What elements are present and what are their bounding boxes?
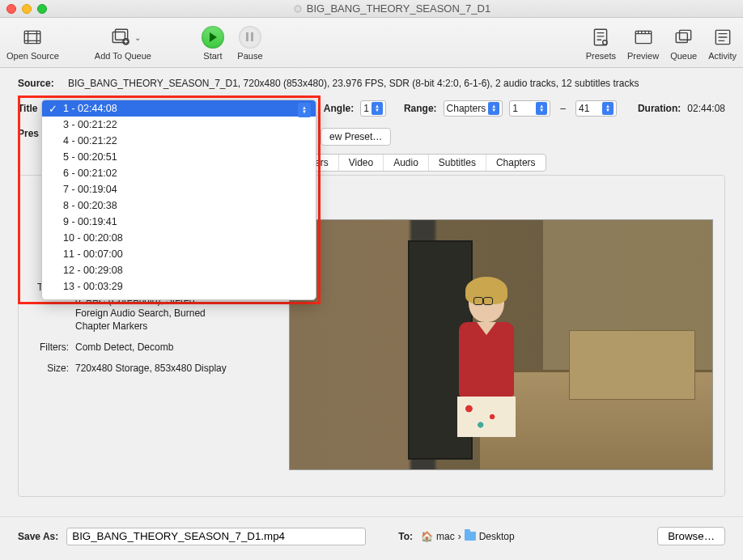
window-controls <box>6 4 47 14</box>
pause-icon <box>239 26 261 49</box>
title-option[interactable]: 1 - 02:44:08✓▲▼ <box>42 100 316 117</box>
tab-video[interactable]: Video <box>339 155 384 171</box>
source-value: BIG_BANG_THEORY_SEASON_7_D1, 720x480 (85… <box>68 78 639 89</box>
title-option[interactable]: 12 - 00:29:08 <box>42 262 316 278</box>
range-dash: – <box>557 103 569 114</box>
title-option[interactable]: 3 - 00:21:22 <box>42 117 316 133</box>
svg-rect-7 <box>676 32 687 42</box>
close-window-button[interactable] <box>6 4 16 14</box>
angle-select[interactable]: 1▲▼ <box>360 100 386 117</box>
window-title: BIG_BANG_THEORY_SEASON_7_D1 <box>307 2 490 15</box>
add-to-queue-button[interactable]: ⌄ Add To Queue <box>95 25 151 61</box>
title-dropdown-highlight: 1 - 02:44:08✓▲▼3 - 00:21:224 - 00:21:225… <box>18 95 321 304</box>
tab-audio[interactable]: Audio <box>384 155 429 171</box>
save-path[interactable]: 🏠 mac › Desktop <box>421 531 515 542</box>
source-label: Source: <box>18 78 62 89</box>
title-option[interactable]: 11 - 00:07:00 <box>42 246 316 262</box>
browse-button[interactable]: Browse… <box>657 527 725 545</box>
angle-label: Angle: <box>324 103 354 114</box>
video-preview <box>289 219 713 470</box>
main-toolbar: Open Source ⌄ Add To Queue Start Pause P… <box>0 18 743 68</box>
start-button[interactable]: Start <box>200 25 226 61</box>
size-label: Size: <box>30 362 75 375</box>
queue-add-icon <box>110 27 131 48</box>
filters-label: Filters: <box>30 341 75 354</box>
title-option[interactable]: 9 - 00:19:41 <box>42 214 316 230</box>
save-bar: Save As: To: 🏠 mac › Desktop Browse… <box>0 516 743 560</box>
title-option[interactable]: 7 - 00:19:04 <box>42 181 316 197</box>
minimize-window-button[interactable] <box>22 4 32 14</box>
duration-value: 02:44:08 <box>687 103 725 114</box>
save-filename-input[interactable] <box>66 528 366 545</box>
tab-chapters[interactable]: Chapters <box>486 155 546 171</box>
play-icon <box>202 26 224 49</box>
chapter-from-select[interactable]: 1▲▼ <box>509 100 550 117</box>
presets-icon <box>590 27 611 48</box>
duration-label: Duration: <box>638 103 681 114</box>
disc-icon <box>293 4 303 14</box>
chapter-to-select[interactable]: 41▲▼ <box>575 100 617 117</box>
title-option[interactable]: 6 - 00:21:02 <box>42 165 316 181</box>
to-label: To: <box>398 531 413 542</box>
tab-subtitles[interactable]: Subtitles <box>429 155 486 171</box>
activity-icon <box>712 27 733 48</box>
svg-rect-4 <box>595 29 607 45</box>
queue-icon <box>673 27 694 48</box>
range-type-select[interactable]: Chapters▲▼ <box>444 100 503 117</box>
presets-button[interactable]: Presets <box>586 25 616 61</box>
zoom-window-button[interactable] <box>37 4 47 14</box>
open-source-button[interactable]: Open Source <box>6 25 59 61</box>
preview-icon <box>633 27 654 48</box>
preview-button[interactable]: Preview <box>627 25 659 61</box>
svg-rect-0 <box>25 31 41 43</box>
pause-button[interactable]: Pause <box>237 25 263 61</box>
settings-tabs: Filters Video Audio Subtitles Chapters <box>291 154 546 172</box>
filters-value: Comb Detect, Decomb <box>75 341 173 354</box>
save-as-label: Save As: <box>18 531 58 542</box>
queue-button[interactable]: Queue <box>670 25 697 61</box>
film-icon <box>22 27 43 48</box>
title-dropdown[interactable]: 1 - 02:44:08✓▲▼3 - 00:21:224 - 00:21:225… <box>41 100 316 300</box>
new-preset-button[interactable]: ew Preset… <box>321 128 391 146</box>
chevron-down-icon[interactable]: ⌄ <box>134 33 141 42</box>
size-value: 720x480 Storage, 853x480 Display <box>75 362 227 375</box>
activity-button[interactable]: Activity <box>708 25 737 61</box>
title-option[interactable]: 4 - 00:21:22 <box>42 133 316 149</box>
title-option[interactable]: 5 - 00:20:51 <box>42 149 316 165</box>
svg-rect-8 <box>679 30 690 40</box>
range-label: Range: <box>404 103 437 114</box>
title-option[interactable]: 10 - 00:20:08 <box>42 230 316 246</box>
title-option[interactable]: 13 - 00:03:29 <box>42 278 316 295</box>
title-option[interactable]: 8 - 00:20:38 <box>42 197 316 214</box>
window-titlebar: BIG_BANG_THEORY_SEASON_7_D1 <box>0 0 743 18</box>
home-icon: 🏠 <box>421 531 433 542</box>
folder-icon <box>465 532 476 541</box>
